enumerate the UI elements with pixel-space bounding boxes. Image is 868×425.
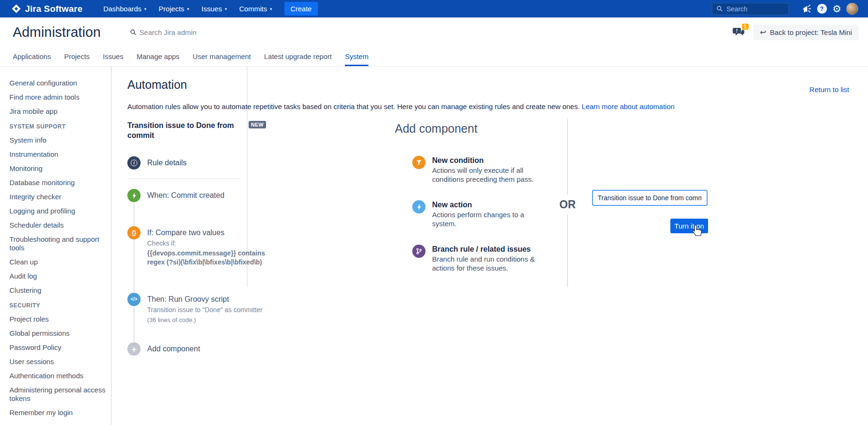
user-avatar[interactable] bbox=[844, 1, 860, 17]
nav-search-placeholder: Search bbox=[726, 5, 747, 13]
sidebar-section-security: SECURITY bbox=[9, 302, 108, 309]
add-component-item[interactable]: + Add component bbox=[127, 342, 283, 356]
chevron-down-icon: ▾ bbox=[270, 7, 272, 11]
sidebar-item-administering-personal-access-tokens[interactable]: Administering personal access tokens bbox=[9, 386, 108, 403]
tab-applications[interactable]: Applications bbox=[13, 47, 51, 66]
sidebar-item-project-roles[interactable]: Project roles bbox=[9, 315, 108, 323]
rule-header: Transition issue to Done from commit NEW bbox=[127, 120, 269, 140]
code-icon: </> bbox=[127, 293, 141, 306]
step-action-note: (36 lines of code.) bbox=[147, 316, 262, 324]
turn-it-on-button[interactable]: Turn it on bbox=[670, 219, 708, 233]
new-badge: NEW bbox=[249, 121, 266, 128]
sidebar-item-system-info[interactable]: System info bbox=[9, 136, 108, 144]
search-icon bbox=[130, 29, 136, 35]
option-title: New action bbox=[432, 200, 541, 210]
sidebar-item-password-policy[interactable]: Password Policy bbox=[9, 343, 108, 352]
header-right: ! 1 ↩ Back to project: Tesla Mini bbox=[733, 25, 859, 40]
megaphone-icon[interactable] bbox=[799, 1, 814, 17]
chevron-down-icon: ▾ bbox=[144, 7, 147, 11]
admin-header: Administration Search Jira admin ! 1 ↩ B… bbox=[0, 17, 868, 47]
or-label: OR bbox=[554, 195, 581, 214]
learn-more-link[interactable]: Learn more about automation bbox=[582, 102, 675, 110]
trigger-bolt-icon bbox=[127, 189, 141, 202]
step-condition[interactable]: {} If: Compare two values Checks if: {{d… bbox=[127, 226, 283, 267]
rule-name-input[interactable] bbox=[592, 190, 708, 206]
sidebar-item-logging-and-profiling[interactable]: Logging and profiling bbox=[9, 207, 108, 215]
page-title: Administration bbox=[13, 25, 101, 40]
nav-item-projects[interactable]: Projects▾ bbox=[159, 5, 189, 13]
sidebar-item-clean-up[interactable]: Clean up bbox=[9, 258, 108, 266]
rule-details-item[interactable]: i Rule details bbox=[127, 156, 283, 170]
sidebar-item-general-configuration[interactable]: General configuration bbox=[9, 79, 108, 87]
step-action-title: Then: Run Groovy script bbox=[147, 295, 262, 304]
option-description: Actions will only execute if all conditi… bbox=[432, 166, 541, 184]
sidebar-item-find-more-admin-tools[interactable]: Find more admin tools bbox=[9, 93, 108, 102]
sidebar-item-audit-log[interactable]: Audit log bbox=[9, 272, 108, 280]
step-action[interactable]: </> Then: Run Groovy script Transition i… bbox=[127, 293, 283, 324]
sidebar-item-scheduler-details[interactable]: Scheduler details bbox=[9, 221, 108, 230]
main-content: Automation Return to list Automation rul… bbox=[112, 67, 868, 425]
rule-details-label: Rule details bbox=[147, 159, 187, 167]
filter-funnel-icon bbox=[412, 156, 426, 169]
sidebar-section-system-support: SYSTEM SUPPORT bbox=[9, 123, 108, 130]
back-arrow-icon: ↩ bbox=[760, 28, 766, 37]
jira-logo-icon bbox=[11, 4, 21, 14]
tab-latest-upgrade-report[interactable]: Latest upgrade report bbox=[264, 47, 332, 66]
sidebar-item-remember-my-login[interactable]: Remember my login bbox=[9, 408, 108, 417]
option-new-action[interactable]: New action Actions perform changes to a … bbox=[412, 200, 551, 228]
sidebar-item-database-monitoring[interactable]: Database monitoring bbox=[9, 178, 108, 187]
option-new-condition[interactable]: New condition Actions will only execute … bbox=[412, 156, 551, 184]
step-condition-detail: {{devops.commit.message}} contains regex… bbox=[147, 249, 269, 267]
step-action-subtitle: Transition issue to "Done" as committer bbox=[147, 305, 262, 314]
nav-item-issues[interactable]: Issues▾ bbox=[201, 5, 227, 13]
create-button[interactable]: Create bbox=[284, 2, 318, 16]
option-title: New condition bbox=[432, 156, 541, 165]
notification-badge: 1 bbox=[742, 24, 749, 30]
admin-search-field[interactable]: Search Jira admin bbox=[130, 28, 197, 36]
step-condition-title: If: Compare two values bbox=[147, 228, 269, 238]
search-icon bbox=[717, 6, 723, 12]
sidebar-item-authentication-methods[interactable]: Authentication methods bbox=[9, 372, 108, 380]
svg-text:!: ! bbox=[736, 28, 737, 33]
component-options: New condition Actions will only execute … bbox=[412, 156, 551, 272]
step-trigger[interactable]: When: Commit created bbox=[127, 189, 283, 202]
tab-projects[interactable]: Projects bbox=[64, 47, 90, 66]
nav-item-commits[interactable]: Commits▾ bbox=[239, 5, 272, 13]
sidebar-item-troubleshooting-and-support-tools[interactable]: Troubleshooting and support tools bbox=[9, 235, 108, 252]
automation-title: Automation bbox=[127, 78, 187, 92]
rule-steps: When: Commit created {} If: Compare two … bbox=[127, 189, 283, 356]
back-to-project-label: Back to project: Tesla Mini bbox=[770, 28, 852, 36]
nav-search-field[interactable]: Search bbox=[712, 3, 789, 15]
tab-manage-apps[interactable]: Manage apps bbox=[136, 47, 179, 66]
sidebar-item-instrumentation[interactable]: Instrumentation bbox=[9, 150, 108, 159]
admin-tabbar: ApplicationsProjectsIssuesManage appsUse… bbox=[0, 47, 868, 67]
step-trigger-title: When: Commit created bbox=[147, 191, 225, 200]
option-description: Branch rule and run conditions & actions… bbox=[432, 255, 541, 272]
tab-issues[interactable]: Issues bbox=[103, 47, 123, 66]
brand-label: Jira Software bbox=[25, 4, 83, 14]
back-to-project-button[interactable]: ↩ Back to project: Tesla Mini bbox=[753, 25, 859, 40]
sidebar-item-integrity-checker[interactable]: Integrity checker bbox=[9, 193, 108, 201]
nav-item-dashboards[interactable]: Dashboards▾ bbox=[103, 5, 146, 13]
info-icon: i bbox=[127, 156, 141, 170]
chevron-down-icon: ▾ bbox=[187, 7, 190, 11]
feedback-icon[interactable]: ! 1 bbox=[733, 26, 747, 40]
add-component-title: Add component bbox=[395, 122, 551, 136]
tab-system[interactable]: System bbox=[345, 47, 368, 66]
add-component-label: Add component bbox=[147, 344, 200, 354]
return-to-list-link[interactable]: Return to list bbox=[810, 85, 849, 94]
admin-search-placeholder: Search Jira admin bbox=[140, 28, 197, 36]
top-navigation: Jira Software Dashboards▾Projects▾Issues… bbox=[0, 0, 868, 17]
jira-brand[interactable]: Jira Software bbox=[11, 4, 83, 14]
settings-gear-icon[interactable]: ⚙ bbox=[829, 1, 844, 17]
sidebar-item-monitoring[interactable]: Monitoring bbox=[9, 164, 108, 173]
sidebar-item-global-permissions[interactable]: Global permissions bbox=[9, 329, 108, 338]
tab-user-management[interactable]: User management bbox=[192, 47, 250, 66]
help-icon[interactable]: ? bbox=[814, 1, 829, 17]
option-branch-rule[interactable]: Branch rule / related issues Branch rule… bbox=[412, 245, 551, 272]
sidebar-item-jira-mobile-app[interactable]: Jira mobile app bbox=[9, 107, 108, 116]
sidebar-item-user-sessions[interactable]: User sessions bbox=[9, 357, 108, 366]
sidebar-item-clustering[interactable]: Clustering bbox=[9, 286, 108, 295]
branch-icon bbox=[412, 245, 426, 258]
rule-title: Transition issue to Done from commit bbox=[127, 120, 236, 140]
